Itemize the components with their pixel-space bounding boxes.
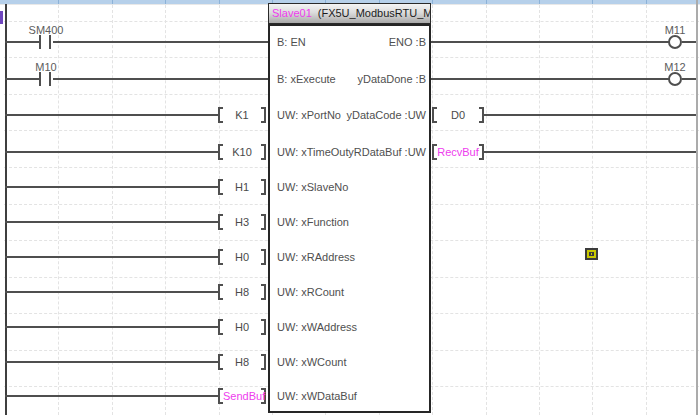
wire-to-fb <box>53 41 268 43</box>
operand-value: K10 <box>223 146 261 158</box>
close-bracket <box>261 249 266 265</box>
output-coil[interactable] <box>668 72 682 86</box>
edit-cursor-ring <box>587 250 596 258</box>
grid-line-vertical <box>646 5 647 415</box>
input-operand[interactable]: K1 <box>218 107 266 123</box>
edit-cursor-dot <box>591 253 592 255</box>
operand-value: H0 <box>223 251 261 263</box>
fb-input-pin: UW: xFunction <box>277 216 349 228</box>
fb-instance-name: Slave01 <box>272 7 312 19</box>
wire-left <box>5 361 219 363</box>
wire-left <box>5 291 219 293</box>
grid-line-vertical <box>539 5 540 415</box>
grid-line-vertical <box>486 5 487 415</box>
operand-value: H8 <box>223 356 261 368</box>
wire-left <box>5 78 39 80</box>
operand-value: H0 <box>223 321 261 333</box>
fb-input-pin: UW: xSlaveNo <box>277 181 348 193</box>
fb-input-pin: UW: xRCount <box>277 286 344 298</box>
operand-value: SendBuf <box>223 390 261 402</box>
edit-cursor-core <box>589 252 594 256</box>
fb-input-pin: UW: xWAddress <box>277 321 357 333</box>
wire-from-fb <box>431 41 669 43</box>
contact-bar-right <box>49 35 51 49</box>
wire-left <box>5 326 219 328</box>
wire-left <box>5 221 219 223</box>
no-contact[interactable] <box>39 35 53 49</box>
wire-left <box>5 114 219 116</box>
grid-line-vertical <box>112 5 113 415</box>
operand-value: RecvBuf <box>437 146 479 158</box>
close-bracket <box>261 319 266 335</box>
output-operand[interactable]: RecvBuf <box>432 144 484 160</box>
close-bracket <box>261 214 266 230</box>
edit-mark <box>0 11 3 24</box>
contact-device-label: M10 <box>35 62 56 73</box>
grid-line-vertical <box>592 5 593 415</box>
fb-input-pin: UW: xRAddress <box>277 251 355 263</box>
operand-value: K1 <box>223 109 261 121</box>
fb-output-pin: yDataDone :B <box>276 73 426 85</box>
no-contact[interactable] <box>39 72 53 86</box>
wire-to-rail <box>682 78 696 80</box>
wire-from-fb <box>431 78 669 80</box>
input-operand[interactable]: H3 <box>218 214 266 230</box>
close-bracket <box>261 354 266 370</box>
wire-left <box>5 256 219 258</box>
operand-value: H8 <box>223 286 261 298</box>
fb-output-pin: yRDataBuf :UW <box>276 146 426 158</box>
contact-bar-left <box>39 72 41 86</box>
wire-left <box>5 41 39 43</box>
left-power-rail <box>5 4 7 415</box>
close-bracket <box>261 144 266 160</box>
close-bracket <box>261 107 266 123</box>
contact-device-label: SM400 <box>29 25 64 36</box>
wire-left <box>5 186 219 188</box>
input-operand[interactable]: H0 <box>218 249 266 265</box>
output-operand[interactable]: D0 <box>432 107 484 123</box>
input-operand[interactable]: SendBuf <box>218 388 266 404</box>
wire-to-rail <box>682 41 696 43</box>
wire-to-fb <box>53 78 268 80</box>
contact-bar-left <box>39 35 41 49</box>
grid-line-vertical <box>58 5 59 415</box>
ladder-editor: SM400M11M10M12K1D0K10RecvBufH1H3H0H8H0H8… <box>0 0 700 415</box>
input-operand[interactable]: H0 <box>218 319 266 335</box>
coil-device-label: M11 <box>665 25 686 36</box>
wire-to-rail <box>484 151 696 153</box>
fb-type-name: (FX5U_ModbusRTU_Master) <box>318 7 431 19</box>
input-operand[interactable]: K10 <box>218 144 266 160</box>
operand-value: D0 <box>437 109 479 121</box>
function-block-title-bar: Slave01(FX5U_ModbusRTU_Master) <box>268 3 431 24</box>
fb-input-pin: UW: xWDataBuf <box>277 390 357 402</box>
contact-bar-right <box>49 72 51 86</box>
function-block[interactable]: Slave01(FX5U_ModbusRTU_Master) <box>268 3 431 413</box>
input-operand[interactable]: H1 <box>218 179 266 195</box>
input-operand[interactable]: H8 <box>218 284 266 300</box>
operand-value: H1 <box>223 181 261 193</box>
grid-line-vertical <box>165 5 166 415</box>
fb-input-pin: UW: xWCount <box>277 356 346 368</box>
right-power-rail <box>696 0 698 415</box>
wire-to-rail <box>484 114 696 116</box>
input-operand[interactable]: H8 <box>218 354 266 370</box>
fb-output-pin: ENO :B <box>276 36 426 48</box>
output-coil[interactable] <box>668 35 682 49</box>
edit-cursor[interactable] <box>585 248 598 260</box>
operand-value: H3 <box>223 216 261 228</box>
close-bracket <box>261 179 266 195</box>
grid-line-vertical <box>432 5 433 415</box>
fb-output-pin: yDataCode :UW <box>276 109 426 121</box>
coil-device-label: M12 <box>664 62 685 73</box>
close-bracket <box>261 284 266 300</box>
wire-left <box>5 395 219 397</box>
wire-left <box>5 151 219 153</box>
